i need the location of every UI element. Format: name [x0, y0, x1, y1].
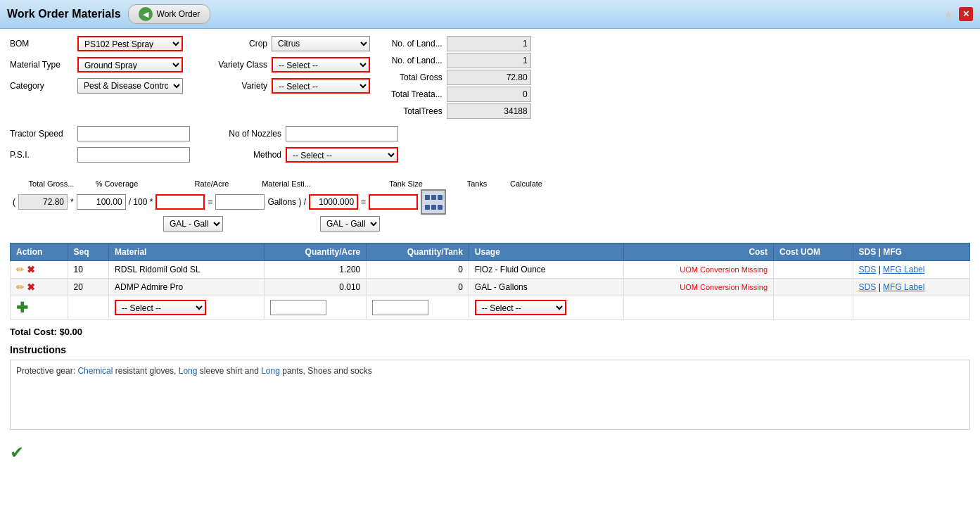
- tanks-calc-label: Tanks: [449, 179, 505, 188]
- uom1-select[interactable]: GAL - Gall: [163, 216, 223, 232]
- new-qty-acre-input[interactable]: [270, 300, 326, 315]
- add-material-button[interactable]: ✚: [16, 300, 28, 315]
- close-button[interactable]: ✕: [959, 7, 973, 21]
- equals2: =: [361, 197, 366, 207]
- psi-input[interactable]: [77, 147, 190, 163]
- tractor-speed-input[interactable]: [77, 126, 190, 141]
- instructions-long1-highlight: Long: [179, 366, 198, 376]
- crop-select[interactable]: Citrus: [272, 36, 370, 51]
- total-gross-label: Total Gross: [391, 72, 443, 82]
- favorite-star-icon[interactable]: ★: [943, 8, 953, 21]
- instructions-box[interactable]: Protective gear: Chemical resistant glov…: [10, 360, 970, 430]
- top-bar-left: Work Order Materials ◀ Work Order: [7, 4, 210, 24]
- materials-table-section: Action Seq Material Quantity/Acre Quanti…: [10, 243, 970, 320]
- method-select[interactable]: -- Select --: [286, 147, 398, 163]
- bottom-bar: ✔: [0, 437, 980, 468]
- new-row-qty-acre-cell: [264, 296, 367, 320]
- material-type-label: Material Type: [10, 60, 73, 70]
- col-qty-tank: Quantity/Tank: [367, 243, 469, 261]
- row2-sds-link[interactable]: SDS: [859, 282, 877, 292]
- bom-select[interactable]: PS102 Pest Spray: [77, 36, 183, 51]
- crop-row: Crop Citrus: [204, 36, 370, 51]
- total-treata-input[interactable]: [447, 87, 531, 102]
- method-row: Method -- Select --: [218, 147, 398, 163]
- new-material-select[interactable]: -- Select --: [115, 300, 206, 315]
- variety-label: Variety: [204, 81, 267, 91]
- no-of-nozzles-label: No of Nozzles: [218, 129, 281, 139]
- row1-sds-link[interactable]: SDS: [859, 265, 877, 274]
- row2-cost-uom: [774, 279, 853, 296]
- tanks-calc-input[interactable]: [369, 194, 418, 210]
- top-bar: Work Order Materials ◀ Work Order ★ ✕: [0, 0, 980, 29]
- open-paren: (: [13, 197, 15, 207]
- row2-qty-tank: 0: [367, 279, 469, 296]
- psi-row: P.S.I.: [10, 147, 190, 163]
- col-qty-acre: Quantity/Acre: [264, 243, 367, 261]
- row2-seq: 20: [68, 279, 109, 296]
- row1-material: RDSL Ridomil Gold SL: [109, 261, 265, 279]
- row2-mfg-link[interactable]: MFG Label: [883, 282, 924, 292]
- row2-usage: GAL - Gallons: [469, 279, 624, 296]
- confirm-check-icon[interactable]: ✔: [10, 443, 24, 462]
- material-type-select[interactable]: Ground Spray: [77, 57, 183, 72]
- nozzles-group: No of Nozzles Method -- Select --: [218, 126, 398, 165]
- calc-section: Total Gross... % Coverage Rate/Acre Mate…: [10, 175, 970, 236]
- variety-row: Variety -- Select --: [204, 78, 370, 94]
- col-material: Material: [109, 243, 265, 261]
- no-of-nozzles-input[interactable]: [286, 126, 398, 141]
- material-type-row: Material Type Ground Spray: [10, 57, 183, 72]
- new-row-sds-mfg-cell: [853, 296, 969, 320]
- total-gross-calc-label: Total Gross...: [27, 179, 76, 188]
- work-order-button[interactable]: ◀ Work Order: [128, 4, 211, 24]
- no-of-land-1-label: No. of Land...: [391, 39, 443, 49]
- col-action: Action: [11, 243, 68, 261]
- total-treata-label: Total Treata...: [391, 89, 443, 99]
- variety-class-select[interactable]: -- Select --: [272, 57, 370, 72]
- total-trees-input[interactable]: [447, 103, 531, 119]
- materials-table: Action Seq Material Quantity/Acre Quanti…: [10, 243, 970, 320]
- no-of-land-1-input[interactable]: [447, 36, 531, 51]
- category-select[interactable]: Pest & Disease Control: [77, 78, 183, 94]
- pct-coverage-calc-input[interactable]: [77, 194, 126, 210]
- rate-acre-calc-label: Rate/Acre: [180, 179, 243, 188]
- new-qty-tank-input[interactable]: [372, 300, 428, 315]
- delete-row2-icon[interactable]: ✖: [27, 282, 35, 293]
- row2-sds-mfg: SDS | MFG Label: [853, 279, 969, 296]
- delete-row1-icon[interactable]: ✖: [27, 264, 35, 275]
- rate-acre-calc-input[interactable]: [155, 194, 205, 210]
- instructions-chemical-highlight: Chemical: [77, 366, 113, 376]
- total-gross-calc-input[interactable]: [18, 194, 68, 210]
- tank-size-calc-input[interactable]: [309, 194, 358, 210]
- material-esti-calc-input[interactable]: [215, 194, 265, 210]
- row1-actions: ✏ ✖: [11, 261, 68, 279]
- row1-mfg-link[interactable]: MFG Label: [883, 265, 924, 274]
- uom2-select[interactable]: GAL - Gall: [320, 216, 380, 232]
- total-gross-input[interactable]: [447, 70, 531, 85]
- row2-cost: UOM Conversion Missing: [624, 279, 774, 296]
- uom-row: GAL - Gall GAL - Gall: [10, 216, 970, 232]
- form-section-top: BOM PS102 Pest Spray Material Type Groun…: [10, 36, 970, 119]
- new-usage-select[interactable]: -- Select --: [475, 300, 566, 315]
- row2-material: ADMP Admire Pro: [109, 279, 265, 296]
- instructions-section: Instructions Protective gear: Chemical r…: [10, 344, 970, 430]
- variety-select[interactable]: -- Select --: [272, 78, 370, 94]
- edit-row2-icon[interactable]: ✏: [16, 282, 25, 293]
- add-btn-cell: ✚: [11, 296, 68, 320]
- left-form-group: BOM PS102 Pest Spray Material Type Groun…: [10, 36, 183, 119]
- divide-100: / 100 *: [129, 197, 153, 207]
- page-title: Work Order Materials: [7, 8, 121, 20]
- category-label: Category: [10, 81, 73, 91]
- no-of-land-2-input[interactable]: [447, 53, 531, 68]
- new-row-usage-cell: -- Select --: [469, 296, 624, 320]
- bom-row: BOM PS102 Pest Spray: [10, 36, 183, 51]
- instructions-title: Instructions: [10, 344, 970, 355]
- col-seq: Seq: [68, 243, 109, 261]
- material-esti-calc-label: Material Esti...: [255, 179, 318, 188]
- top-bar-right: ★ ✕: [943, 7, 973, 21]
- calculate-button[interactable]: [421, 189, 446, 215]
- edit-row1-icon[interactable]: ✏: [16, 264, 25, 275]
- tractor-group: Tractor Speed P.S.I.: [10, 126, 190, 165]
- no-of-nozzles-row: No of Nozzles: [218, 126, 398, 141]
- no-of-land-2-label: No. of Land...: [391, 56, 443, 65]
- category-row: Category Pest & Disease Control: [10, 78, 183, 94]
